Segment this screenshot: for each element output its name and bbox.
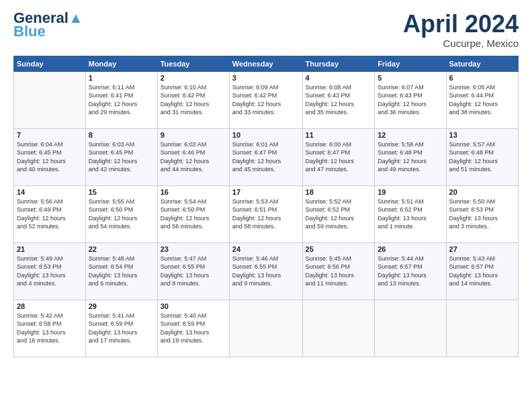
- calendar-cell: [302, 300, 375, 357]
- day-number: 17: [232, 188, 300, 196]
- day-number: 24: [232, 245, 300, 253]
- day-number: 30: [161, 302, 226, 310]
- calendar-cell: 15Sunrise: 5:55 AM Sunset: 6:50 PM Dayli…: [85, 185, 157, 242]
- calendar-cell: 13Sunrise: 5:57 AM Sunset: 6:48 PM Dayli…: [446, 128, 518, 185]
- day-info: Sunrise: 6:10 AM Sunset: 6:42 PM Dayligh…: [161, 83, 226, 117]
- day-number: 15: [89, 188, 154, 196]
- day-number: 1: [89, 74, 154, 82]
- calendar-cell: 14Sunrise: 5:56 AM Sunset: 6:49 PM Dayli…: [14, 185, 86, 242]
- day-number: 16: [161, 188, 226, 196]
- day-info: Sunrise: 5:53 AM Sunset: 6:51 PM Dayligh…: [232, 197, 300, 231]
- day-info: Sunrise: 6:02 AM Sunset: 6:46 PM Dayligh…: [161, 140, 226, 174]
- day-info: Sunrise: 6:01 AM Sunset: 6:47 PM Dayligh…: [232, 140, 300, 174]
- calendar-cell: [375, 300, 446, 357]
- weekday-header: Monday: [85, 56, 157, 71]
- calendar-cell: 10Sunrise: 6:01 AM Sunset: 6:47 PM Dayli…: [229, 128, 302, 185]
- calendar-cell: 18Sunrise: 5:52 AM Sunset: 6:52 PM Dayli…: [302, 185, 375, 242]
- day-number: 26: [378, 245, 443, 253]
- day-info: Sunrise: 5:50 AM Sunset: 6:53 PM Dayligh…: [449, 197, 515, 231]
- day-number: 25: [306, 245, 372, 253]
- weekday-header: Saturday: [446, 56, 518, 71]
- day-info: Sunrise: 5:48 AM Sunset: 6:54 PM Dayligh…: [89, 255, 154, 288]
- logo: General▲ Blue: [13, 11, 83, 39]
- calendar-cell: [446, 300, 518, 357]
- day-number: 22: [89, 245, 154, 253]
- day-info: Sunrise: 5:41 AM Sunset: 6:59 PM Dayligh…: [89, 312, 154, 345]
- calendar-week-row: 1Sunrise: 6:11 AM Sunset: 6:41 PM Daylig…: [14, 71, 519, 128]
- day-number: 2: [161, 74, 226, 82]
- calendar-cell: [14, 71, 86, 128]
- day-info: Sunrise: 6:08 AM Sunset: 6:43 PM Dayligh…: [306, 83, 372, 117]
- day-info: Sunrise: 6:11 AM Sunset: 6:41 PM Dayligh…: [89, 83, 154, 117]
- day-number: 4: [306, 74, 372, 82]
- calendar: SundayMondayTuesdayWednesdayThursdayFrid…: [13, 56, 519, 357]
- day-number: 10: [232, 131, 300, 139]
- day-info: Sunrise: 6:04 AM Sunset: 6:45 PM Dayligh…: [17, 140, 83, 174]
- day-number: 20: [449, 188, 515, 196]
- weekday-header: Thursday: [302, 56, 375, 71]
- calendar-cell: 3Sunrise: 6:09 AM Sunset: 6:42 PM Daylig…: [229, 71, 302, 128]
- calendar-cell: 28Sunrise: 5:42 AM Sunset: 6:58 PM Dayli…: [14, 300, 86, 357]
- calendar-cell: 23Sunrise: 5:47 AM Sunset: 6:55 PM Dayli…: [157, 242, 229, 300]
- day-number: 7: [17, 131, 83, 139]
- day-info: Sunrise: 6:09 AM Sunset: 6:42 PM Dayligh…: [232, 83, 300, 117]
- calendar-cell: 9Sunrise: 6:02 AM Sunset: 6:46 PM Daylig…: [157, 128, 229, 185]
- calendar-week-row: 14Sunrise: 5:56 AM Sunset: 6:49 PM Dayli…: [14, 185, 519, 242]
- month-title: April 2024: [403, 11, 519, 38]
- calendar-cell: 8Sunrise: 6:03 AM Sunset: 6:45 PM Daylig…: [85, 128, 157, 185]
- calendar-cell: 24Sunrise: 5:46 AM Sunset: 6:55 PM Dayli…: [229, 242, 302, 300]
- calendar-cell: 25Sunrise: 5:45 AM Sunset: 6:56 PM Dayli…: [302, 242, 375, 300]
- day-info: Sunrise: 5:40 AM Sunset: 6:59 PM Dayligh…: [161, 312, 226, 345]
- page-header: General▲ Blue April 2024 Cucurpe, Mexico: [13, 11, 519, 49]
- day-number: 18: [306, 188, 372, 196]
- day-number: 5: [378, 74, 443, 82]
- calendar-cell: 11Sunrise: 6:00 AM Sunset: 6:47 PM Dayli…: [302, 128, 375, 185]
- calendar-week-row: 28Sunrise: 5:42 AM Sunset: 6:58 PM Dayli…: [14, 300, 519, 357]
- calendar-cell: 22Sunrise: 5:48 AM Sunset: 6:54 PM Dayli…: [85, 242, 157, 300]
- day-info: Sunrise: 5:42 AM Sunset: 6:58 PM Dayligh…: [17, 312, 83, 345]
- weekday-header: Sunday: [14, 56, 86, 71]
- calendar-cell: 21Sunrise: 5:49 AM Sunset: 6:53 PM Dayli…: [14, 242, 86, 300]
- day-info: Sunrise: 5:57 AM Sunset: 6:48 PM Dayligh…: [449, 140, 515, 174]
- calendar-body: 1Sunrise: 6:11 AM Sunset: 6:41 PM Daylig…: [14, 71, 519, 357]
- day-info: Sunrise: 6:07 AM Sunset: 6:43 PM Dayligh…: [378, 83, 443, 117]
- day-number: 3: [232, 74, 300, 82]
- day-number: 19: [378, 188, 443, 196]
- location: Cucurpe, Mexico: [403, 38, 519, 49]
- day-info: Sunrise: 5:49 AM Sunset: 6:53 PM Dayligh…: [17, 255, 83, 288]
- day-number: 27: [449, 245, 515, 253]
- day-number: 8: [89, 131, 154, 139]
- day-info: Sunrise: 5:58 AM Sunset: 6:48 PM Dayligh…: [378, 140, 443, 174]
- calendar-cell: 1Sunrise: 6:11 AM Sunset: 6:41 PM Daylig…: [85, 71, 157, 128]
- day-number: 21: [17, 245, 83, 253]
- calendar-cell: 16Sunrise: 5:54 AM Sunset: 6:50 PM Dayli…: [157, 185, 229, 242]
- calendar-cell: 6Sunrise: 6:05 AM Sunset: 6:44 PM Daylig…: [446, 71, 518, 128]
- calendar-cell: 4Sunrise: 6:08 AM Sunset: 6:43 PM Daylig…: [302, 71, 375, 128]
- day-info: Sunrise: 5:54 AM Sunset: 6:50 PM Dayligh…: [161, 197, 226, 231]
- day-info: Sunrise: 6:05 AM Sunset: 6:44 PM Dayligh…: [449, 83, 515, 117]
- calendar-week-row: 21Sunrise: 5:49 AM Sunset: 6:53 PM Dayli…: [14, 242, 519, 300]
- day-number: 6: [449, 74, 515, 82]
- calendar-cell: 26Sunrise: 5:44 AM Sunset: 6:57 PM Dayli…: [375, 242, 446, 300]
- day-info: Sunrise: 5:51 AM Sunset: 6:52 PM Dayligh…: [378, 197, 443, 231]
- calendar-week-row: 7Sunrise: 6:04 AM Sunset: 6:45 PM Daylig…: [14, 128, 519, 185]
- day-number: 12: [378, 131, 443, 139]
- day-number: 13: [449, 131, 515, 139]
- calendar-header-row: SundayMondayTuesdayWednesdayThursdayFrid…: [14, 56, 519, 71]
- day-number: 23: [161, 245, 226, 253]
- calendar-cell: 5Sunrise: 6:07 AM Sunset: 6:43 PM Daylig…: [375, 71, 446, 128]
- logo-blue: Blue: [13, 24, 46, 39]
- calendar-cell: [229, 300, 302, 357]
- day-info: Sunrise: 5:45 AM Sunset: 6:56 PM Dayligh…: [306, 255, 372, 288]
- day-number: 11: [306, 131, 372, 139]
- calendar-cell: 29Sunrise: 5:41 AM Sunset: 6:59 PM Dayli…: [85, 300, 157, 357]
- day-info: Sunrise: 5:55 AM Sunset: 6:50 PM Dayligh…: [89, 197, 154, 231]
- day-number: 28: [17, 302, 83, 310]
- calendar-cell: 19Sunrise: 5:51 AM Sunset: 6:52 PM Dayli…: [375, 185, 446, 242]
- day-info: Sunrise: 5:44 AM Sunset: 6:57 PM Dayligh…: [378, 255, 443, 288]
- calendar-cell: 2Sunrise: 6:10 AM Sunset: 6:42 PM Daylig…: [157, 71, 229, 128]
- day-number: 9: [161, 131, 226, 139]
- day-info: Sunrise: 5:47 AM Sunset: 6:55 PM Dayligh…: [161, 255, 226, 288]
- weekday-header: Tuesday: [157, 56, 229, 71]
- calendar-cell: 12Sunrise: 5:58 AM Sunset: 6:48 PM Dayli…: [375, 128, 446, 185]
